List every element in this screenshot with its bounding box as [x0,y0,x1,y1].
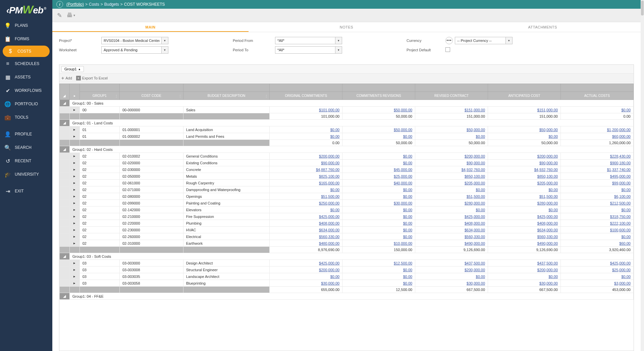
cell-revised-contract[interactable]: $425,000.00 [415,213,488,220]
cell-original-commitments[interactable]: $0.00 [270,207,342,213]
cell-actual-costs[interactable]: $60.00 [561,240,634,247]
page-scrollbar[interactable] [641,0,644,351]
cell-anticipated-cost[interactable]: $0.00 [488,133,561,140]
row-expand-icon[interactable]: ▸ [69,193,79,200]
cell-original-commitments[interactable]: $0.00 [270,133,342,140]
table-row[interactable]: ▸ 02 02-260000 Electrical $560,330.00 $0… [60,233,634,240]
worksheet-field[interactable]: ▾ [101,46,168,54]
cell-commitments-revisions[interactable]: $0.00 [342,153,415,160]
cell-original-commitments[interactable]: $634,000.00 [270,227,342,233]
cell-revised-contract[interactable]: $205,000.00 [415,180,488,186]
cell-anticipated-cost[interactable]: $850,100.00 [488,173,561,180]
cell-commitments-revisions[interactable]: $45,000.00 [342,166,415,173]
cell-commitments-revisions[interactable]: $0.00 [342,220,415,227]
cell-original-commitments[interactable]: $408,000.00 [270,220,342,227]
cell-anticipated-cost[interactable]: $408,000.00 [488,220,561,227]
dropdown-caret-icon[interactable]: ▾ [335,37,342,44]
cell-original-commitments[interactable]: $425,000.00 [270,213,342,220]
col-commitments-revisions[interactable]: COMMITMENTS REVISIONS [342,92,415,100]
table-row[interactable]: ▸ 02 02-010002 General Conditions $200,0… [60,153,634,160]
table-row[interactable]: ▸ 02 02-310000 Earthwork $480,000.00 $10… [60,240,634,247]
cell-commitments-revisions[interactable]: $40,000.00 [342,180,415,186]
cell-anticipated-cost[interactable]: $280,000.00 [488,200,561,207]
cell-commitments-revisions[interactable]: $0.00 [342,227,415,233]
cell-actual-costs[interactable]: $0.00 [561,107,634,113]
table-row[interactable]: ▸ 02 02-050000 Metals $825,100.00 $25,00… [60,173,634,180]
cell-actual-costs[interactable]: $1,337,740.00 [561,166,634,173]
nav-costs[interactable]: $COSTS [3,46,50,57]
cell-revised-contract[interactable]: $0.00 [415,273,488,280]
cell-revised-contract[interactable]: $850,100.00 [415,173,488,180]
cell-revised-contract[interactable]: $50,000.00 [415,126,488,133]
row-expand-icon[interactable]: ▸ [69,213,79,220]
cell-anticipated-cost[interactable]: $200,000.00 [488,267,561,273]
table-row[interactable]: ▸ 02 02-142000 Elevators $0.00 $0.00 $0.… [60,207,634,213]
row-expand[interactable] [60,166,70,173]
nav-profile[interactable]: 👤PROFILE [0,127,52,141]
cell-actual-costs[interactable]: $1,200,000.00 [561,126,634,133]
dropdown-caret-icon[interactable]: ▾ [335,46,342,54]
cell-original-commitments[interactable]: $560,330.00 [270,233,342,240]
cell-commitments-revisions[interactable]: $10,000.00 [342,240,415,247]
row-expand[interactable] [60,173,70,180]
row-expand-icon[interactable]: ▸ [69,107,79,113]
cell-actual-costs[interactable]: $0.00 [561,273,634,280]
dropdown-caret-icon[interactable]: ▾ [162,46,168,54]
cell-original-commitments[interactable]: $825,100.00 [270,173,342,180]
row-expand-icon[interactable]: ▸ [69,186,79,193]
nav-forms[interactable]: 📋FORMS [0,32,52,46]
table-row[interactable]: ▸ 03 03-003035 Landscape Architect $0.00… [60,273,634,280]
cell-commitments-revisions[interactable]: $12,500.00 [342,260,415,267]
cell-revised-contract[interactable]: $280,000.00 [415,200,488,207]
cell-actual-costs[interactable]: $900,180.00 [561,160,634,166]
period-from-field[interactable]: ▾ [275,37,342,44]
cell-actual-costs[interactable]: $60,000.00 [561,133,634,140]
row-expand[interactable] [60,153,70,160]
row-expand[interactable] [60,160,70,166]
dropdown-caret-icon[interactable]: ▾ [162,37,168,44]
table-row[interactable]: ▸ 02 02-030000 Concrete $4,887,760.00 $4… [60,166,634,173]
collapse-icon[interactable]: ◢ [60,120,70,126]
period-to-input[interactable] [275,46,335,54]
row-expand-icon[interactable]: ▸ [69,267,79,273]
cell-actual-costs[interactable]: $318,750.00 [561,213,634,220]
cell-revised-contract[interactable]: $0.00 [415,133,488,140]
cell-actual-costs[interactable]: $0.00 [561,207,634,213]
cell-original-commitments[interactable]: $30,000.00 [270,280,342,287]
cell-actual-costs[interactable]: $0.00 [561,186,634,193]
breadcrumb-costs[interactable]: Costs [89,2,99,7]
cell-commitments-revisions[interactable]: $0.00 [342,207,415,213]
cell-revised-contract[interactable]: $200,000.00 [415,153,488,160]
cell-actual-costs[interactable]: $222,100.00 [561,220,634,227]
row-expand-icon[interactable]: ▸ [69,126,79,133]
row-expand-icon[interactable]: ▸ [69,260,79,267]
collapse-icon[interactable]: ◢ [60,100,70,107]
cell-actual-costs[interactable]: $6,100.00 [561,193,634,200]
scrollbar-thumb[interactable] [641,1,644,15]
cell-original-commitments[interactable]: $101,000.00 [270,107,342,113]
cell-actual-costs[interactable]: $25,000.00 [561,267,634,273]
currency-options-button[interactable]: ••• [445,37,453,44]
cell-revised-contract[interactable]: $634,000.00 [415,227,488,233]
cell-revised-contract[interactable]: $490,000.00 [415,240,488,247]
cell-actual-costs[interactable]: $495,000.00 [561,173,634,180]
dropdown-caret-icon[interactable]: ▾ [506,37,513,44]
table-row[interactable]: ▸ 00 00-000000 Sales $101,000.00 $50,000… [60,107,634,113]
table-row[interactable]: ▸ 03 03-003000 Design Architect $425,000… [60,260,634,267]
col-actual-costs[interactable]: ACTUAL COSTS [561,92,634,100]
nav-schedules[interactable]: ≡SCHEDULES [0,57,52,70]
table-scroll[interactable]: ◢ ▸ GROUP1⋮ COST CODE⋮ BUD [59,83,634,351]
cell-original-commitments[interactable]: $480,000.00 [270,240,342,247]
cell-anticipated-cost[interactable]: $30,000.00 [488,280,561,287]
table-row[interactable]: ▸ 02 02-080000 Openings $51,500.00 $0.00… [60,193,634,200]
tab-notes[interactable]: NOTES [249,22,445,32]
cell-commitments-revisions[interactable]: $0.00 [342,273,415,280]
table-row[interactable]: ▸ 02 02-099000 Painting and Coating $250… [60,200,634,207]
nav-tools[interactable]: 💼TOOLS [0,111,52,124]
row-expand-icon[interactable]: ▸ [69,180,79,186]
cell-original-commitments[interactable]: $90,000.00 [270,160,342,166]
cell-commitments-revisions[interactable]: $0.00 [342,193,415,200]
cell-revised-contract[interactable]: $0.00 [415,186,488,193]
cell-original-commitments[interactable]: $0.00 [270,273,342,280]
collapse-icon[interactable]: ◢ [60,253,70,260]
